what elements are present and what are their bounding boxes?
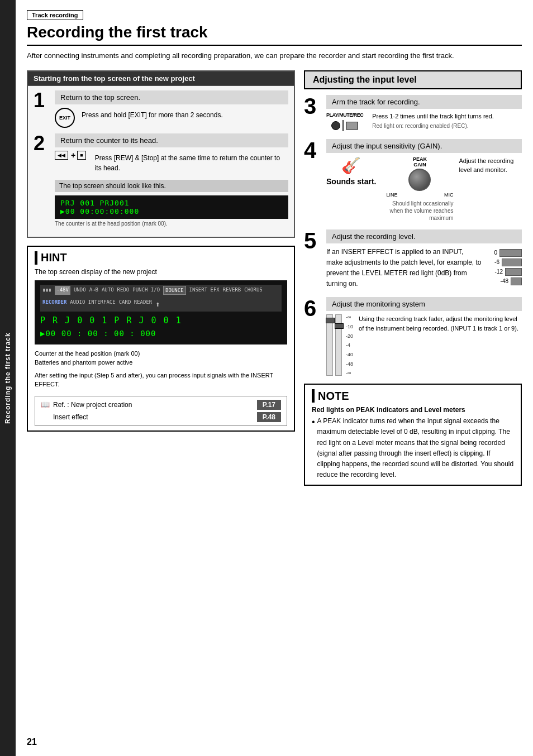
step2-desc: Press [REW] & [Stop] at the same time to… [92, 151, 288, 175]
ref-box: 📖 Ref. : New project creation P.17 📖 Ins… [35, 396, 287, 426]
step5-desc: If an INSERT EFFECT is applied to an INP… [326, 247, 482, 290]
pmr-label: PLAY/MUTE/REC [326, 112, 363, 118]
hint-caption1: Counter at the head position (mark 00) B… [35, 349, 287, 367]
counter-caption: The counter is at the head position (mar… [55, 221, 288, 227]
meter-row-0: 0 [487, 249, 522, 257]
meter-row-48: -48 [498, 277, 522, 285]
left-column: Starting from the top screen of the new … [27, 70, 295, 486]
starting-section-header: Starting from the top screen of the new … [28, 71, 294, 86]
ref1-page-box[interactable]: P.17 [257, 400, 281, 410]
step3-title: Arm the track for recording. [326, 95, 522, 109]
step6-content: Adjust the monitoring system [326, 297, 522, 376]
step1-content: Return to the top screen. EXIT Press and… [55, 90, 288, 128]
adj-header: Adjusting the input level [304, 70, 522, 89]
fader-handle-1[interactable] [326, 318, 335, 323]
hint-screen-line1: P R J 0 0 1 P R J 0 0 1 [40, 314, 282, 327]
hint-screen-display: ▮▮▮ -48V UNDO A→B AUTO REDO PUNCH I/O BO… [35, 280, 287, 344]
step2-sub: The top screen should look like this. PR… [55, 180, 288, 227]
step5-number: 5 [304, 229, 321, 252]
step4-row: 4 Adjust the input sensitivity (GAIN). 🎸… [304, 139, 522, 222]
fader-handle-2[interactable] [335, 323, 344, 329]
ref-link-1[interactable]: 📖 Ref. : New project creation [41, 400, 132, 409]
step3-content: Arm the track for recording. PLAY/MUTE/R… [326, 95, 522, 131]
ref-link-2: 📖 Insert effect [41, 413, 88, 421]
step3-desc: Press 1-2 times until the track light tu… [372, 112, 494, 121]
meter-label-48: -48 [498, 278, 508, 284]
step1-title: Return to the top screen. [55, 90, 288, 104]
ref-book-icon: 📖 [41, 400, 50, 409]
counter-display: PRJ 001 PRJ001 ▶00 00:00:00:000 [55, 195, 288, 219]
ref-row-2: 📖 Insert effect P.48 [41, 412, 281, 422]
pmr-rect-button[interactable] [346, 122, 358, 130]
rew-button-icon[interactable]: ◀◀ [55, 151, 68, 160]
fader-track-1 [326, 314, 333, 376]
gain-caption: Should light occasionally when the volum… [386, 200, 453, 222]
note-title: NOTE [312, 389, 514, 403]
step2-number: 2 [34, 133, 49, 154]
gain-knob[interactable] [408, 169, 431, 191]
step4-number: 4 [304, 139, 321, 161]
hint-screen-line2: ▶00 00 : 00 : 00 : 000 [40, 327, 282, 339]
step4-title: Adjust the input sensitivity (GAIN). [326, 139, 522, 153]
note-bar-icon [312, 389, 315, 403]
note-box: NOTE Red lights on PEAK indicators and L… [304, 384, 522, 486]
peak-label: PEAK [413, 156, 427, 162]
hint-box: HINT The top screen display of the new p… [27, 246, 295, 432]
right-column: Adjusting the input level 3 Arm the trac… [304, 70, 522, 486]
step4-content: Adjust the input sensitivity (GAIN). 🎸 S… [326, 139, 522, 222]
meter-bar-12 [505, 268, 522, 276]
step1-desc: Press and hold [EXIT] for more than 2 se… [78, 108, 226, 122]
pmr-circle-button[interactable] [331, 121, 340, 130]
step6-desc: Using the recording track fader, adjust … [359, 314, 522, 376]
side-tab-label: Recording the first track [4, 332, 12, 424]
step5-row: 5 Adjust the recording level. If an INSE… [304, 229, 522, 290]
fader-db-labels: -∞ -10 -20 -4 -40 -48 -∞ [346, 314, 353, 376]
note-subtitle: Red lights on PEAK indicators and Level … [312, 406, 514, 414]
stop-button-icon[interactable]: ■ [77, 151, 85, 160]
step3-number: 3 [304, 95, 321, 117]
exit-icon: EXIT [55, 108, 75, 128]
step4-gain-area: 🎸 Sounds start. PEAK GAIN LINE MIC [326, 156, 522, 222]
meter-row-12: -12 [493, 268, 522, 276]
step3-desc-area: Press 1-2 times until the track light tu… [372, 112, 494, 129]
level-meter: 0 -6 -12 [487, 249, 522, 290]
step3-caption: Red light on: recording enabled (REC). [372, 123, 494, 129]
page-title: Recording the first track [27, 23, 522, 46]
meter-bar-0 [499, 249, 522, 257]
sounds-start-label: Sounds start. [326, 177, 376, 186]
ref2-page-box[interactable]: P.48 [257, 412, 281, 422]
hint-screen-header: ▮▮▮ -48V UNDO A→B AUTO REDO PUNCH I/O BO… [40, 285, 282, 312]
starting-section-box: Starting from the top screen of the new … [27, 70, 295, 238]
hint-bar-icon [35, 251, 37, 265]
step6-title: Adjust the monitoring system [326, 297, 522, 311]
side-tab: Recording the first track [0, 0, 16, 756]
step2-sub-title: The top screen should look like this. [55, 180, 288, 192]
pmr-controls: PLAY/MUTE/REC [326, 112, 363, 131]
step2-content: Return the counter to its head. ◀◀ + [55, 133, 288, 227]
fader-track-2 [335, 314, 342, 376]
meter-row-6: -6 [489, 259, 522, 266]
fader-graphic: -∞ -10 -20 -4 -40 -48 -∞ [326, 314, 353, 376]
pmr-buttons [331, 120, 358, 131]
step5-title: Adjust the recording level. [326, 229, 522, 243]
step3-pmr: PLAY/MUTE/REC Press 1-2 times until the … [326, 112, 522, 131]
breadcrumb: Track recording [27, 10, 83, 20]
intro-text: After connecting instruments and complet… [27, 50, 522, 61]
meter-bar-6 [502, 259, 522, 266]
line-mic-labels: LINE MIC [386, 192, 453, 198]
gain-desc: Adjust the recording level and monitor. [459, 156, 522, 175]
hint-title: HINT [35, 251, 287, 265]
step1-desc-row: EXIT Press and hold [EXIT] for more than… [55, 108, 288, 128]
step2-row: 2 Return the counter to its head. ◀◀ + [34, 133, 288, 227]
note-text: A PEAK indicator turns red when the inpu… [317, 416, 514, 480]
fader-area: -∞ -10 -20 -4 -40 -48 -∞ Using the recor… [326, 314, 522, 376]
hint-caption3: After setting the input (Step 5 and afte… [35, 371, 287, 389]
starting-section-body: 1 Return to the top screen. EXIT Press a… [28, 86, 294, 237]
step1-number: 1 [34, 90, 49, 111]
meter-bar-48 [511, 277, 522, 285]
meter-label-6: -6 [489, 259, 499, 265]
step5-body: If an INSERT EFFECT is applied to an INP… [326, 247, 522, 290]
step6-number: 6 [304, 297, 321, 319]
meter-label-0: 0 [487, 250, 497, 256]
step2-buttons-row: ◀◀ + ■ Press [REW] & [Stop] at the same … [55, 151, 288, 175]
